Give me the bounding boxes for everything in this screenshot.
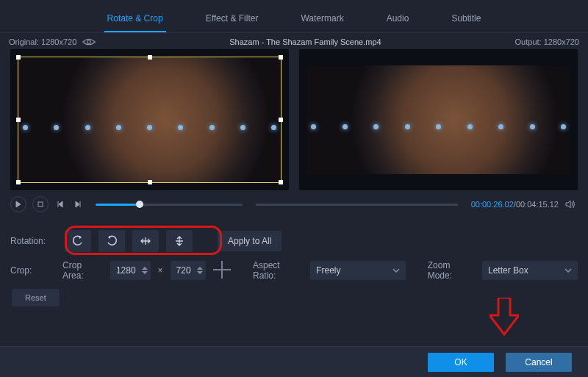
time-display: 00:00:26.02/00:04:15.12	[471, 200, 559, 209]
rotate-left-button[interactable]	[65, 230, 91, 252]
filename: Shazam - The Shazam Family Scene.mp4	[96, 37, 514, 46]
tab-effect-filter[interactable]: Effect & Filter	[203, 9, 262, 32]
apply-to-all-button[interactable]: Apply to All	[218, 231, 282, 251]
position-picker-icon[interactable]	[213, 261, 232, 280]
total-time: 00:04:15.12	[516, 200, 559, 209]
seek-slider[interactable]	[256, 204, 458, 206]
aspect-ratio-select[interactable]: Freely	[310, 261, 406, 280]
cancel-button[interactable]: Cancel	[506, 353, 572, 372]
tab-rotate-crop[interactable]: Rotate & Crop	[104, 9, 166, 32]
ok-button[interactable]: OK	[428, 353, 494, 372]
width-down-icon[interactable]	[142, 271, 148, 274]
height-down-icon[interactable]	[197, 271, 203, 274]
eye-icon[interactable]	[82, 37, 96, 46]
zoom-mode-label: Zoom Mode:	[428, 260, 475, 281]
chevron-down-icon	[392, 268, 400, 273]
tab-audio[interactable]: Audio	[384, 9, 412, 32]
output-dimensions: Output: 1280x720	[515, 37, 579, 46]
prev-frame-button[interactable]	[54, 196, 66, 212]
footer: OK Cancel	[0, 346, 588, 377]
preview-output	[299, 49, 578, 190]
rotate-right-button[interactable]	[98, 230, 125, 252]
volume-slider[interactable]	[96, 204, 243, 206]
next-frame-button[interactable]	[72, 196, 84, 212]
stop-button[interactable]	[32, 196, 49, 212]
crop-area-label: Crop Area:	[62, 260, 103, 281]
height-up-icon[interactable]	[197, 267, 203, 270]
play-button[interactable]	[10, 196, 26, 212]
current-time: 00:00:26.02	[471, 200, 514, 209]
preview-original[interactable]	[10, 49, 289, 190]
zoom-mode-select[interactable]: Letter Box	[482, 261, 578, 280]
reset-button[interactable]: Reset	[12, 289, 60, 306]
crop-height-input[interactable]: 720	[171, 261, 206, 280]
aspect-ratio-label: Aspect Ratio:	[253, 260, 303, 281]
flip-vertical-button[interactable]	[166, 230, 193, 252]
times-label: ×	[158, 265, 163, 276]
svg-rect-1	[38, 202, 43, 207]
crop-width-input[interactable]: 1280	[110, 261, 151, 280]
chevron-down-icon	[564, 268, 572, 273]
svg-point-0	[87, 40, 91, 44]
width-up-icon[interactable]	[142, 267, 148, 270]
preview-row	[0, 46, 588, 193]
tab-bar: Rotate & Crop Effect & Filter Watermark …	[0, 0, 588, 33]
crop-label: Crop:	[10, 265, 55, 276]
settings-panel: Rotation: Apply to All Crop: Crop Area: …	[0, 220, 588, 312]
flip-horizontal-button[interactable]	[132, 230, 159, 252]
tab-subtitle[interactable]: Subtitle	[448, 9, 484, 32]
rotation-label: Rotation:	[10, 236, 57, 246]
tab-watermark[interactable]: Watermark	[298, 9, 346, 32]
original-dimensions: Original: 1280x720	[9, 37, 76, 46]
playback-controls: 00:00:26.02/00:04:15.12	[0, 193, 588, 220]
preview-header: Original: 1280x720 Shazam - The Shazam F…	[0, 33, 588, 46]
volume-icon[interactable]	[564, 196, 578, 212]
